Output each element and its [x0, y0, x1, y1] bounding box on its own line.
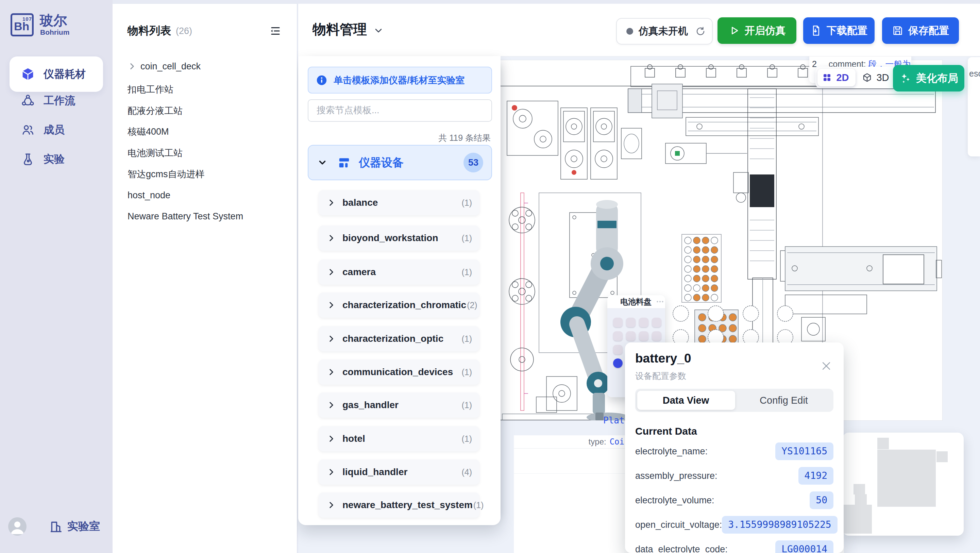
- grid-2d-icon: [822, 72, 832, 83]
- sidebar-item-label: 工作流: [43, 94, 75, 108]
- well[interactable]: [626, 318, 636, 327]
- sidebar-item-experiments[interactable]: 实验: [10, 144, 103, 174]
- template-item-label: hotel: [342, 433, 365, 444]
- chevron-right-icon: [327, 234, 336, 242]
- template-item-label: characterization_optic: [342, 333, 444, 344]
- page-title: 物料管理: [312, 20, 367, 39]
- bohrium-logo-icon: 107 Bh: [11, 13, 33, 37]
- template-item-label: characterization_chromatic: [342, 300, 466, 311]
- template-item-count: (1): [461, 400, 472, 410]
- category-instruments[interactable]: 仪器设备 53: [308, 145, 492, 180]
- template-item-neware-battery-test-system[interactable]: neware_battery_test_system (1): [319, 492, 479, 518]
- well-selected[interactable]: [613, 359, 623, 368]
- lab-switcher[interactable]: 实验室: [49, 519, 100, 534]
- start-simulation-button[interactable]: 开启仿真: [718, 18, 796, 44]
- template-item-count: (1): [461, 233, 472, 243]
- material-item[interactable]: 配液分液工站: [127, 103, 282, 119]
- template-item-gas-handler[interactable]: gas_handler (1): [319, 392, 479, 418]
- tab-config-edit[interactable]: Config Edit: [735, 389, 833, 412]
- material-list-count: (26): [176, 26, 192, 37]
- template-item-label: neware_battery_test_system: [342, 500, 473, 510]
- app-root: type: Coi 2 _comment: 段，一般为空，stat 法此图定 2: [0, 0, 980, 553]
- data-value-chip: LG000014: [775, 540, 834, 553]
- refresh-icon[interactable]: [695, 26, 706, 37]
- beautify-layout-button[interactable]: 美化布局: [893, 65, 964, 91]
- template-item-characterization-chromatic[interactable]: characterization_chromatic (2): [319, 292, 479, 318]
- layout-grid-icon: [338, 156, 351, 169]
- template-item-count: (2): [467, 300, 477, 310]
- template-item-label: bioyond_workstation: [342, 233, 438, 244]
- view-mode-toggle: 2D 3D: [815, 67, 896, 88]
- material-item[interactable]: 电池测试工站: [127, 145, 282, 161]
- avatar[interactable]: [8, 517, 27, 535]
- comment-prefix: 2: [812, 59, 817, 69]
- more-menu-icon[interactable]: [655, 297, 665, 306]
- material-list-panel: 物料列表 (26) coin_cell_deck 扣电工作站 配液分液工站 核磁…: [113, 4, 297, 553]
- template-item-count: (1): [461, 367, 472, 377]
- data-value-chip: 4192: [799, 467, 834, 484]
- well[interactable]: [639, 331, 649, 341]
- chevron-right-icon: [327, 334, 336, 343]
- well[interactable]: [626, 331, 636, 341]
- play-icon: [729, 25, 740, 37]
- save-config-button[interactable]: 保存配置: [882, 18, 959, 44]
- material-item[interactable]: 扣电工作站: [127, 81, 282, 97]
- well[interactable]: [613, 318, 623, 327]
- template-item-hotel[interactable]: hotel (1): [319, 426, 479, 451]
- data-row: assembly_pressure: 4192: [635, 466, 834, 485]
- beautify-label: 美化布局: [916, 71, 958, 85]
- material-item[interactable]: 智达gcms自动进样: [127, 166, 282, 182]
- view-2d-button[interactable]: 2D: [815, 72, 856, 83]
- template-item-communication-devices[interactable]: communication_devices (1): [319, 360, 479, 385]
- template-item-camera[interactable]: camera (1): [319, 260, 479, 285]
- popup-title: battery_0: [635, 351, 691, 366]
- download-config-label: 下载配置: [827, 24, 867, 38]
- tab-data-view[interactable]: Data View: [636, 389, 735, 412]
- well[interactable]: [613, 331, 623, 341]
- template-item-characterization-optic[interactable]: characterization_optic (1): [319, 326, 479, 351]
- chevron-right-icon: [327, 368, 336, 376]
- sidebar-footer: 实验室: [0, 508, 113, 544]
- page-title-dropdown[interactable]: 物料管理: [312, 20, 384, 39]
- data-label: electrolyte_name:: [635, 446, 708, 457]
- search-input[interactable]: [316, 102, 484, 118]
- well[interactable]: [652, 318, 661, 327]
- collapse-list-icon[interactable]: [269, 24, 282, 37]
- template-item-bioyond-workstation[interactable]: bioyond_workstation (1): [319, 225, 479, 251]
- simulation-status: 仿真未开机: [616, 18, 713, 45]
- material-list-title: 物料列表: [127, 24, 171, 38]
- well[interactable]: [639, 318, 649, 327]
- brand-name-cn: 玻尔: [40, 11, 67, 30]
- category-label: 仪器设备: [359, 155, 404, 171]
- material-item[interactable]: Neware Battery Test System: [127, 208, 282, 225]
- device-config-popup: battery_0 设备配置参数 Data View Config Edit C…: [625, 343, 844, 553]
- template-item-liquid-handler[interactable]: liquid_handler (4): [319, 459, 479, 484]
- sidebar-item-members[interactable]: 成员: [10, 115, 103, 145]
- template-item-balance[interactable]: balance (1): [319, 190, 479, 215]
- close-icon[interactable]: [821, 360, 832, 372]
- material-item-label: Neware Battery Test System: [127, 211, 243, 222]
- material-item[interactable]: 核磁400M: [127, 123, 282, 140]
- start-simulation-label: 开启仿真: [745, 24, 786, 38]
- material-item[interactable]: host_node: [127, 187, 282, 203]
- category-count-badge: 53: [463, 153, 483, 172]
- view-3d-button[interactable]: 3D: [856, 72, 896, 83]
- workflow-icon: [21, 94, 35, 107]
- minimap[interactable]: [843, 433, 964, 535]
- app-sidebar: 107 Bh 玻尔 Bohrium 仪器耗材 工作流 成: [0, 0, 113, 553]
- view-3d-label: 3D: [876, 72, 889, 83]
- data-label: electrolyte_volume:: [635, 495, 714, 506]
- chevron-down-icon: [373, 25, 384, 36]
- chevron-down-icon: [317, 158, 328, 168]
- download-config-button[interactable]: 下载配置: [803, 18, 875, 44]
- type-label: type:: [589, 437, 606, 446]
- well[interactable]: [613, 345, 623, 354]
- template-library-panel: 单击模板添加仪器/耗材至实验室 共 119 条结果 仪器设备 53 balanc…: [298, 56, 501, 525]
- well[interactable]: [652, 331, 661, 341]
- sidebar-item-workflow[interactable]: 工作流: [10, 86, 103, 116]
- material-item-label: coin_cell_deck: [140, 61, 200, 72]
- view-2d-label: 2D: [836, 72, 849, 83]
- material-item-label: 核磁400M: [127, 126, 169, 138]
- material-item-coin-cell-deck[interactable]: coin_cell_deck: [127, 58, 282, 75]
- chevron-right-icon: [327, 198, 336, 207]
